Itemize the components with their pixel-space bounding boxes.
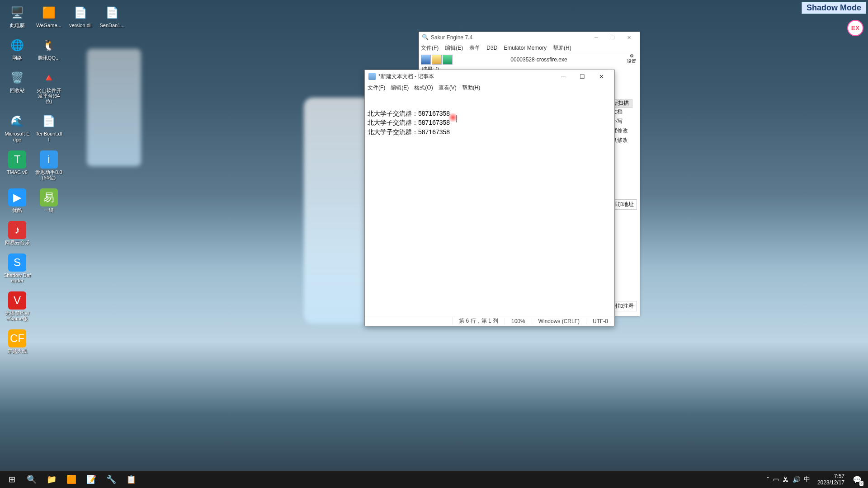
sakur-minimize-button[interactable]: ─ (588, 33, 604, 42)
desktop-icon[interactable]: 📄version.dll (67, 4, 94, 28)
app-icon: ▶ (8, 188, 26, 206)
desktop-icon[interactable]: ▶优酷 (4, 188, 31, 213)
desktop-icon[interactable]: 📄SenDan1... (99, 4, 126, 28)
desktop-icon[interactable]: 📄TenBount.dll (35, 112, 62, 142)
desktop-icon[interactable]: 🟧WeGame... (35, 4, 62, 28)
desktop-icon[interactable]: i爱思助手8.0(64位) (35, 150, 62, 180)
sakur-menubar: 文件(F)编辑(E)表单D3DEmulator Memory帮助(H) (419, 43, 640, 53)
desktop-icon-label: WeGame... (36, 23, 61, 28)
sakur-menu-item[interactable]: 编辑(E) (445, 44, 463, 52)
sakur-side-panel: 文档小写度修改度修改 (612, 108, 637, 146)
app-icon: 📄 (103, 4, 121, 22)
system-tray[interactable]: ˄ ▭ 🖧 🔊 中 (763, 475, 814, 483)
notepad-text-line: 北大学子交流群：587167358 (368, 127, 612, 136)
sakur-tool-2[interactable] (432, 55, 442, 65)
taskbar-app-button[interactable]: 📋 (121, 471, 141, 488)
desktop-icon-label: Microsoft Edge (4, 131, 31, 142)
desktop-icon[interactable]: 🐧腾讯QQ... (35, 36, 62, 61)
sakur-menu-item[interactable]: 帮助(H) (553, 44, 571, 52)
sakur-menu-item[interactable]: 文件(F) (421, 44, 439, 52)
notepad-close-button[interactable]: ✕ (592, 70, 611, 82)
start-button[interactable]: ⊞ (2, 471, 22, 488)
sakur-side-label: 文档 (612, 108, 637, 116)
ex-tool-icon[interactable]: EX (847, 20, 863, 36)
notepad-maximize-button[interactable]: ☐ (573, 70, 592, 82)
desktop-icon-label: 一键 (44, 207, 54, 213)
taskbar-app-button[interactable]: 📝 (81, 471, 101, 488)
app-icon: S (8, 253, 26, 272)
sakur-app-icon: 🔍 (422, 34, 429, 41)
sakur-maximize-button[interactable]: ☐ (604, 33, 621, 42)
desktop-icon[interactable]: 🌐网络 (4, 36, 31, 61)
desktop-icon-label: 回收站 (10, 88, 25, 93)
desktop-icon-label: 网络 (12, 55, 22, 61)
desktop-icon-label: Shadow Defender (4, 272, 31, 283)
notepad-menu-item[interactable]: 查看(V) (439, 84, 457, 92)
notification-center-button[interactable]: 💬 2 (848, 471, 866, 488)
desktop-icon[interactable]: ♪网易云音乐 (4, 221, 31, 245)
tray-network-icon[interactable]: 🖧 (783, 476, 789, 483)
sakur-process-name: 00003528-crossfire.exe (453, 56, 624, 63)
desktop-icon[interactable]: SShadow Defender (4, 253, 31, 283)
sakur-menu-item[interactable]: D3D (486, 45, 497, 51)
sakur-menu-item[interactable]: 表单 (469, 44, 480, 52)
notepad-menu-item[interactable]: 格式(O) (414, 84, 433, 92)
notepad-menu-item[interactable]: 编辑(E) (391, 84, 409, 92)
sakur-titlebar[interactable]: 🔍 Sakur Engine 7.4 ─ ☐ ✕ (419, 32, 640, 43)
desktop-icon[interactable]: V无畏契约WeGame版 (4, 291, 31, 321)
tray-ime-indicator[interactable]: 中 (804, 475, 810, 483)
desktop-icon[interactable]: 🔺火山软件开发平台(64位) (35, 69, 62, 104)
sakur-settings-button[interactable]: ⚙ 设置 (625, 53, 638, 66)
sakur-tool-3[interactable] (443, 55, 453, 65)
taskbar-app-button[interactable]: 🔧 (101, 471, 121, 488)
status-position: 第 6 行，第 1 列 (452, 317, 505, 325)
tray-volume-icon[interactable]: 🔊 (793, 476, 800, 483)
taskbar-app-button[interactable]: 📁 (42, 471, 61, 488)
notepad-text-area[interactable]: 北大学子交流群：587167358北大学子交流群：587167358北大学子交流… (365, 93, 614, 316)
notepad-title: *新建文本文档 - 记事本 (378, 73, 554, 80)
app-icon: i (40, 150, 58, 169)
notepad-menu-item[interactable]: 文件(F) (368, 84, 385, 92)
desktop-icon-label: 爱思助手8.0(64位) (35, 169, 62, 180)
desktop-icon-label: 火山软件开发平台(64位) (35, 88, 62, 104)
sakur-side-label: 度修改 (612, 136, 637, 144)
sakur-side-label: 小写 (612, 117, 637, 125)
taskbar-app-button[interactable]: 🟧 (61, 471, 81, 488)
desktop-icon[interactable]: 易一键 (35, 188, 62, 213)
taskbar: ⊞🔍📁🟧📝🔧📋 ˄ ▭ 🖧 🔊 中 7:57 2023/12/17 💬 2 (0, 471, 868, 488)
app-icon: ♪ (8, 221, 26, 239)
notepad-app-icon (368, 73, 376, 80)
gear-icon: ⚙ (630, 53, 634, 58)
desktop-icon[interactable]: 🌊Microsoft Edge (4, 112, 31, 142)
sakur-close-button[interactable]: ✕ (621, 33, 637, 42)
desktop-icon-label: TenBount.dll (35, 131, 62, 142)
desktop-icon[interactable]: CF穿越火线 (4, 329, 31, 354)
notepad-minimize-button[interactable]: ─ (554, 70, 573, 82)
sakur-title: Sakur Engine 7.4 (431, 34, 588, 41)
desktop-icon[interactable]: 🗑️回收站 (4, 69, 31, 104)
taskbar-clock[interactable]: 7:57 2023/12/17 (814, 473, 848, 486)
sakur-menu-item[interactable]: Emulator Memory (504, 45, 547, 51)
tray-chevron-up-icon[interactable]: ˄ (766, 476, 769, 483)
app-icon: 📄 (40, 112, 58, 130)
notepad-menu-item[interactable]: 帮助(H) (462, 84, 481, 92)
sakur-tool-1[interactable] (421, 55, 431, 65)
desktop-icon-label: version.dll (69, 23, 92, 28)
tray-battery-icon[interactable]: ▭ (773, 476, 779, 483)
notepad-titlebar[interactable]: *新建文本文档 - 记事本 ─ ☐ ✕ (365, 70, 614, 83)
desktop-icon-grid: 🖥️此电脑🟧WeGame...📄version.dll📄SenDan1...🌐网… (4, 4, 126, 354)
desktop-icon-label: 此电脑 (10, 23, 25, 28)
desktop-icon-label: 穿越火线 (7, 348, 27, 354)
desktop-icon[interactable]: TTMAC v6 (4, 150, 31, 180)
status-encoding: UTF-8 (586, 318, 614, 324)
desktop-icon-label: 优酷 (12, 207, 22, 213)
clock-time: 7:57 (817, 473, 844, 479)
taskbar-app-button[interactable]: 🔍 (22, 471, 42, 488)
desktop-icon[interactable]: 🖥️此电脑 (4, 4, 31, 28)
desktop-icon-label: 无畏契约WeGame版 (4, 310, 31, 321)
status-zoom: 100% (505, 318, 532, 324)
notepad-statusbar: 第 6 行，第 1 列 100% Windows (CRLF) UTF-8 (365, 316, 614, 326)
desktop-icon-label: TMAC v6 (7, 169, 28, 175)
text-caret (456, 115, 457, 122)
app-icon: 📄 (71, 4, 90, 22)
